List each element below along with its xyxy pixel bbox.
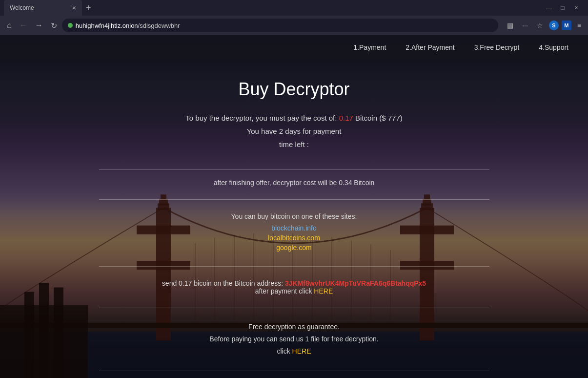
buy-sites-section: You can buy bitcoin on one of these site… [231,212,357,253]
sync-avatar[interactable]: S [549,21,559,30]
google-link[interactable]: google.com [231,244,357,252]
forward-button[interactable]: → [32,19,46,32]
divider-1 [99,169,489,170]
window-controls: — □ × [545,4,584,11]
send-section: send 0.17 bicoin on the Bitcoin address:… [162,279,426,295]
after-payment-text: after payment click [255,287,312,295]
maximize-button[interactable]: □ [559,4,567,11]
nav-item-support[interactable]: 4.Support [539,43,568,51]
nav-bar: ⌂ ← → ↻ huhighwfn4jihtlz.onion/sdlsgdeww… [0,16,588,35]
buy-sites-title: You can buy bitcoin on one of these site… [231,212,357,220]
payment-info: To buy the decryptor, you must pay the c… [185,111,402,151]
back-button[interactable]: ← [17,19,30,32]
address-bar[interactable]: huhighwfn4jihtlz.onion/sdlsgdewwbhr [62,19,498,32]
free-decrypt-click: click [277,347,290,355]
profile-avatar[interactable]: M [562,21,571,30]
time-left-text: time left : [279,140,309,148]
close-window-button[interactable]: × [572,4,580,11]
more-tools-button[interactable]: ··· [519,20,531,31]
bookmark-button[interactable]: ☆ [534,20,546,31]
offer-note: after finishing offer, decryptor cost wi… [214,179,375,187]
nav-item-free-decrypt[interactable]: 3.Free Decrypt [474,43,520,51]
nav-tools: ▤ ··· ☆ S M ≡ [504,20,584,31]
page-content: 1.Payment 2.After Payment 3.Free Decrypt… [0,35,588,378]
blockchain-link[interactable]: blockchain.info [231,224,357,232]
free-decrypt-line2: Before paying you can send us 1 file for… [209,335,378,343]
site-navigation: 1.Payment 2.After Payment 3.Free Decrypt… [0,35,588,60]
minimize-button[interactable]: — [545,4,553,11]
active-tab[interactable]: Welcome × [4,0,82,16]
bitcoin-amount: 0.17 [339,114,353,122]
nav-item-payment[interactable]: 1.Payment [353,43,386,51]
free-decrypt-line1: Free decryption as guarantee. [248,323,340,331]
new-tab-button[interactable]: + [82,3,95,13]
tab-close-button[interactable]: × [72,4,76,11]
days-text: You have 2 days for payment [247,127,342,135]
payment-text-before: To buy the decryptor, you must pay the c… [185,114,337,122]
localbitcoins-link[interactable]: localbitcoins.com [231,234,357,242]
divider-2 [99,199,489,200]
payment-here-link[interactable]: HERE [314,287,333,295]
nav-item-after-payment[interactable]: 2.After Payment [406,43,454,51]
free-decrypt-here-link[interactable]: HERE [292,347,311,355]
address-text: huhighwfn4jihtlz.onion/sdlsgdewwbhr [76,22,180,29]
secure-icon [68,23,73,28]
divider-5 [99,371,489,371]
tab-title: Welcome [10,4,68,11]
divider-4 [99,308,489,308]
tab-strip: Welcome × + [4,0,95,16]
address-domain: huhighwfn4jihtlz.onion [76,22,138,29]
reader-view-button[interactable]: ▤ [504,20,516,31]
home-icon[interactable]: ⌂ [4,19,15,32]
menu-button[interactable]: ≡ [574,20,584,31]
payment-text-after: Bitcoin ($ 777) [355,114,403,122]
page-title: Buy Decryptor [238,79,349,100]
title-bar: Welcome × + — □ × [0,0,588,16]
reload-button[interactable]: ↻ [48,19,60,32]
divider-3 [99,266,489,267]
bitcoin-address: 3JKMf8wvhrUK4MpTuVRaFA6q6BtahqqPx5 [285,279,426,287]
address-path: /sdlsgdewwbhr [138,22,180,29]
main-content-area: Buy Decryptor To buy the decryptor, you … [0,60,588,378]
send-prefix: send 0.17 bicoin on the Bitcoin address: [162,279,283,287]
browser-chrome: Welcome × + — □ × ⌂ ← → ↻ huhighwfn4jiht… [0,0,588,35]
free-decrypt-section: Free decryption as guarantee. Before pay… [209,321,378,358]
